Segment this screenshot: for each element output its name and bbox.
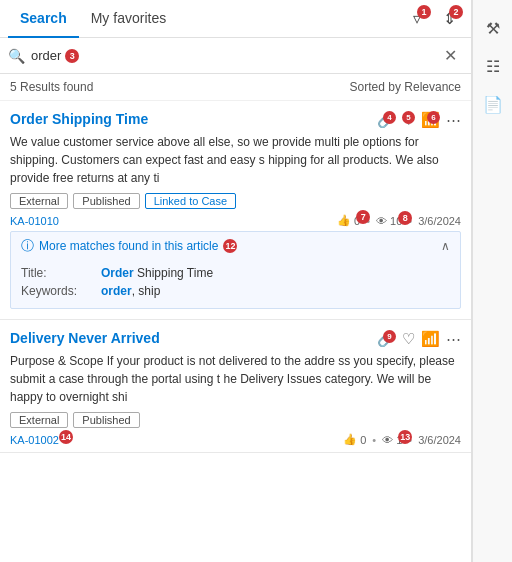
right-sidebar: ⚒ ☷ 📄	[472, 0, 512, 562]
article-header-2: Delivery Never Arrived 🔗 9 ♡ 📶 ⋯	[10, 330, 461, 348]
tag-external-1: External	[10, 193, 68, 209]
article-date-1: 3/6/2024	[418, 215, 461, 227]
columns-icon: ☷	[486, 57, 500, 76]
matches-header-left: ⓘ More matches found in this article 12	[21, 237, 237, 255]
article-actions-1: 🔗 4 ♡ 5 📶 6 ⋯	[377, 111, 461, 129]
link-icon[interactable]: 🔗 4	[377, 111, 396, 129]
search-bar: 🔍 order 3 ✕	[0, 38, 471, 74]
article-id-2-text: KA-01002	[10, 434, 59, 446]
clear-search-button[interactable]: ✕	[438, 44, 463, 67]
search-icon: 🔍	[8, 48, 25, 64]
list-item: Order Shipping Time 🔗 4 ♡ 5 📶 6 ⋯	[0, 101, 471, 320]
heart-badge: 5	[402, 111, 415, 124]
more-icon-2[interactable]: ⋯	[446, 330, 461, 348]
document-icon: 📄	[483, 95, 503, 114]
views-icon-2: 👁	[382, 434, 393, 446]
link-badge: 4	[383, 111, 396, 124]
filter-button[interactable]: ▿ 1	[403, 5, 431, 33]
matches-badge: 12	[223, 239, 237, 253]
results-count: 5 Results found	[10, 80, 93, 94]
heart-icon-2[interactable]: ♡	[402, 330, 415, 348]
info-icon: ⓘ	[21, 237, 34, 255]
matches-body: Title: Order Shipping Time Keywords: ord…	[11, 260, 460, 308]
thumbs-count-2: 0	[360, 434, 366, 446]
tag-published-2: Published	[73, 412, 139, 428]
match-value-keywords: order, ship	[101, 284, 160, 298]
article-title-1[interactable]: Order Shipping Time	[10, 111, 148, 127]
share-icon[interactable]: 📶 6	[421, 111, 440, 129]
tag-published-1: Published	[73, 193, 139, 209]
article-id-1[interactable]: KA-01010	[10, 215, 59, 227]
list-item: Delivery Never Arrived 🔗 9 ♡ 📶 ⋯ Purpose…	[0, 320, 471, 453]
views-badge-1: 8	[398, 211, 412, 225]
results-meta: 5 Results found Sorted by Relevance	[0, 74, 471, 101]
tag-external-2: External	[10, 412, 68, 428]
views-badge-2: 13	[398, 430, 412, 444]
chevron-up-icon: ∧	[441, 239, 450, 253]
match-value-title: Order Shipping Time	[101, 266, 213, 280]
matches-section-1: ⓘ More matches found in this article 12 …	[10, 231, 461, 309]
wrench-icon: ⚒	[486, 19, 500, 38]
article-stats-2: 👍 0 • 👁 1 13 • 3/6/2024	[343, 433, 461, 446]
tabs-header: Search My favorites ▿ 1 ⇕ 2	[0, 0, 471, 38]
article-header-1: Order Shipping Time 🔗 4 ♡ 5 📶 6 ⋯	[10, 111, 461, 129]
search-badge: 3	[65, 49, 79, 63]
article-tags-2: External Published	[10, 412, 461, 428]
tab-actions: ▿ 1 ⇕ 2	[403, 5, 463, 33]
tab-search[interactable]: Search	[8, 0, 79, 38]
match-row-keywords: Keywords: order, ship	[21, 282, 450, 300]
share-icon-2[interactable]: 📶	[421, 330, 440, 348]
article-actions-2: 🔗 9 ♡ 📶 ⋯	[377, 330, 461, 348]
thumbs-stat-2: 👍 0	[343, 433, 366, 446]
article-title-2[interactable]: Delivery Never Arrived	[10, 330, 160, 346]
id-badge-2: 14	[59, 430, 73, 444]
heart-icon[interactable]: ♡ 5	[402, 111, 415, 129]
sort-button[interactable]: ⇕ 2	[435, 5, 463, 33]
matches-toggle[interactable]: ⓘ More matches found in this article 12 …	[11, 232, 460, 260]
matches-label: More matches found in this article	[39, 239, 218, 253]
results-list: Order Shipping Time 🔗 4 ♡ 5 📶 6 ⋯	[0, 101, 471, 562]
columns-sidebar-icon[interactable]: ☷	[475, 48, 511, 84]
sort-label: Sorted by Relevance	[350, 80, 461, 94]
article-body-1: We value customer service above all else…	[10, 133, 461, 187]
match-label-title: Title:	[21, 266, 91, 280]
tab-favorites[interactable]: My favorites	[79, 0, 178, 38]
match-label-keywords: Keywords:	[21, 284, 91, 298]
article-date-2: 3/6/2024	[418, 434, 461, 446]
article-footer-2: KA-01002 14 👍 0 • 👁 1 13 • 3/6/2024	[10, 433, 461, 446]
search-input-area[interactable]: order 3	[31, 48, 432, 63]
views-icon-1: 👁	[376, 215, 387, 227]
thumbs-up-icon-2: 👍	[343, 433, 357, 446]
more-icon[interactable]: ⋯	[446, 111, 461, 129]
article-footer-1: KA-01010 👍 0 7 • 👁 10 8 • 3/6/2024	[10, 214, 461, 227]
article-stats-1: 👍 0 7 • 👁 10 8 • 3/6/2024	[337, 214, 461, 227]
share-badge: 6	[427, 111, 440, 124]
filter-badge: 1	[417, 5, 431, 19]
article-tags-1: External Published Linked to Case	[10, 193, 461, 209]
article-id-2[interactable]: KA-01002 14	[10, 434, 59, 446]
thumbs-up-icon: 👍	[337, 214, 351, 227]
wrench-sidebar-icon[interactable]: ⚒	[475, 10, 511, 46]
sort-badge: 2	[449, 5, 463, 19]
document-sidebar-icon[interactable]: 📄	[475, 86, 511, 122]
link-icon-2[interactable]: 🔗 9	[377, 330, 396, 348]
tag-linked-1: Linked to Case	[145, 193, 236, 209]
article-body-2: Purpose & Scope If your product is not d…	[10, 352, 461, 406]
link-badge-2: 9	[383, 330, 396, 343]
thumbs-stat-1: 👍 0 7	[337, 214, 360, 227]
views-stat-1: 👁 10 8	[376, 215, 402, 227]
match-row-title: Title: Order Shipping Time	[21, 264, 450, 282]
views-stat-2: 👁 1 13	[382, 434, 402, 446]
search-term: order	[31, 48, 61, 63]
